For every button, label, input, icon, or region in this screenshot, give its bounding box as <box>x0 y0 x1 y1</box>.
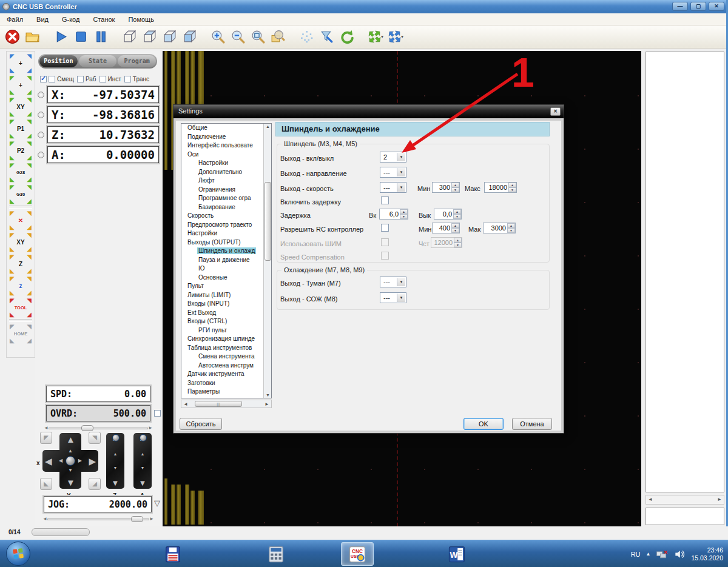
tree-item[interactable]: РГИ пульт <box>181 326 271 335</box>
goto-xy-button[interactable]: ◤◥◣◢XY <box>8 97 33 117</box>
tree-vscroll-thumb[interactable] <box>265 182 271 261</box>
jog-x-minus-icon[interactable]: ◀ <box>45 457 52 466</box>
rc-max-spinner[interactable]: 3000 ▲▼ <box>483 223 516 233</box>
combo-arrow-icon[interactable]: ▼ <box>397 153 405 161</box>
spin-up-icon[interactable]: ▲ <box>508 183 516 187</box>
clock[interactable]: 23:46 15.03.2020 <box>691 546 723 562</box>
jog-a-minus-icon[interactable]: ▼ <box>139 480 147 487</box>
jog-pad-xy[interactable]: ◤ ◥ ◣ ◢ ▲ ▼ ◀ ▶ ▲ ▼ ◀ ▶ <box>42 433 98 489</box>
menu-Файл[interactable]: Файл <box>0 15 30 24</box>
jog-y-plus-icon[interactable]: ▲ <box>66 435 75 444</box>
view-cube-3-button[interactable] <box>160 27 180 47</box>
zero-xy-button[interactable]: ◤◥◣◢XY <box>8 232 33 252</box>
taskbar-app-backup[interactable] <box>157 542 189 566</box>
zoom-in-button[interactable] <box>208 27 228 47</box>
ok-button[interactable]: OK <box>463 418 504 430</box>
jog-z-minus-icon[interactable]: ▼ <box>112 480 120 487</box>
tree-item[interactable]: Входы (INPUT) <box>181 300 271 309</box>
jog-x-plus-icon[interactable]: ▶ <box>89 457 96 466</box>
menu-Станок[interactable]: Станок <box>86 15 121 24</box>
tree-item[interactable]: Ext Выход <box>181 309 271 318</box>
jog-diag-up-left-button[interactable]: ◤ <box>40 432 52 444</box>
tab-state[interactable]: State <box>79 55 117 67</box>
edit-toolpath-button[interactable] <box>317 27 337 47</box>
arrows-green-plus-button[interactable]: ◤◥◣◢+ <box>8 75 33 95</box>
zero-z-button[interactable]: ◤◥◣◢Z <box>8 254 33 274</box>
taskbar-app-cnc[interactable]: CNCUSB <box>341 542 374 566</box>
tool-change-button[interactable]: ◤◥◣◢TOOL <box>8 298 33 318</box>
goto-g28-button[interactable]: ◤◥◣◢G28 <box>8 163 33 183</box>
tree-item[interactable]: Интерфейс пользовате <box>181 141 271 150</box>
pause-button[interactable] <box>91 27 111 47</box>
start-button[interactable] <box>6 542 30 566</box>
spin-up-icon[interactable]: ▲ <box>507 223 515 228</box>
tree-item[interactable]: IO <box>181 264 271 273</box>
zoom-selection-button[interactable] <box>268 27 288 47</box>
measure-z-button[interactable]: ◤◥◣◢z <box>8 276 33 296</box>
tree-item[interactable]: Входы (CTRL) <box>181 317 271 326</box>
tree-item[interactable]: Программное огра <box>181 194 271 203</box>
combo-arrow-icon[interactable]: ▼ <box>397 278 405 286</box>
volume-icon[interactable] <box>673 548 686 560</box>
enable-delay-checkbox[interactable] <box>381 196 389 204</box>
tab-position[interactable]: Position <box>39 55 78 67</box>
menu-Помощь[interactable]: Помощь <box>121 15 161 24</box>
settings-dialog-titlebar[interactable]: Settings ✕ <box>174 105 564 118</box>
rc-min-spinner[interactable]: 400 ▲▼ <box>432 223 460 233</box>
tree-item[interactable]: Общие <box>181 124 271 133</box>
tree-item[interactable]: Базирование <box>181 203 271 212</box>
tree-item[interactable]: Дополнительно <box>181 168 271 177</box>
spin-up-icon[interactable]: ▲ <box>451 183 459 187</box>
axis-radio[interactable] <box>38 112 44 118</box>
view-cube-1-button[interactable] <box>120 27 140 47</box>
close-button[interactable]: ✕ <box>709 2 724 11</box>
coord-checkbox-main[interactable] <box>40 76 47 82</box>
zero-all-button[interactable]: ◤◥◣◢✕ <box>8 210 33 230</box>
menu-Вид[interactable]: Вид <box>30 15 55 24</box>
tree-item[interactable]: Пульт <box>181 282 271 291</box>
expand-green-button[interactable]: ▾ <box>365 27 385 47</box>
expand-blue-button-dropdown-icon[interactable]: ▾ <box>401 34 403 39</box>
jog-pad-z[interactable]: ▲ ▲▼ ▼ <box>106 433 124 489</box>
emergency-stop-button[interactable] <box>2 27 22 47</box>
tree-item[interactable]: Заготовки <box>181 379 271 388</box>
tree-item[interactable]: Шпиндель и охлажд <box>181 247 271 256</box>
out-speed-select[interactable]: --- ▼ <box>380 182 406 193</box>
view-cube-4-button[interactable] <box>180 27 200 47</box>
spin-up-icon[interactable]: ▲ <box>453 209 461 214</box>
override-slider-thumb[interactable] <box>81 425 93 431</box>
tree-hscroll-thumb[interactable]: ||| <box>195 401 242 407</box>
out-onoff-select[interactable]: 2 ▼ <box>380 152 406 163</box>
tree-item[interactable]: Ограничения <box>181 186 271 195</box>
spin-down-icon[interactable]: ▼ <box>453 214 461 219</box>
combo-arrow-icon[interactable]: ▼ <box>397 183 405 192</box>
rc-checkbox[interactable] <box>381 224 389 232</box>
override-checkbox[interactable] <box>154 410 161 417</box>
tree-item[interactable]: Выходы (OUTPUT) <box>181 238 271 247</box>
spin-down-icon[interactable]: ▼ <box>451 187 459 192</box>
menu-G-код[interactable]: G-код <box>55 15 86 24</box>
coolant-select[interactable]: --- ▼ <box>380 292 406 303</box>
tree-hscrollbar[interactable]: ◄► ||| <box>181 400 272 408</box>
start-button[interactable] <box>51 27 71 47</box>
expand-blue-button[interactable]: ▾ <box>385 27 405 47</box>
taskbar-app-calculator[interactable] <box>260 542 292 566</box>
settings-close-icon[interactable]: ✕ <box>550 107 561 116</box>
axis-radio[interactable] <box>38 92 44 98</box>
tray-expand-icon[interactable]: ▲ <box>646 551 651 557</box>
tree-item[interactable]: Автосмена инструм <box>181 361 271 371</box>
jog-center-orb[interactable] <box>66 456 75 466</box>
goto-g30-button[interactable]: ◤◥◣◢G30 <box>8 184 33 204</box>
home-button[interactable]: ◤◥◣◢HOME <box>8 324 33 344</box>
spin-down-icon[interactable]: ▼ <box>451 228 459 233</box>
stop-button[interactable] <box>71 27 91 47</box>
spin-up-icon[interactable]: ▲ <box>451 223 459 228</box>
jog-diag-down-right-button[interactable]: ◢ <box>89 478 101 490</box>
mist-select[interactable]: --- ▼ <box>380 277 406 287</box>
axis-radio[interactable] <box>38 132 44 138</box>
spin-down-icon[interactable]: ▼ <box>508 187 516 192</box>
tree-item[interactable]: Настройки <box>181 229 271 238</box>
jog-diag-up-right-button[interactable]: ◥ <box>89 432 101 444</box>
tree-item[interactable]: Основные <box>181 273 271 283</box>
override-slider[interactable]: ◄► <box>44 424 153 432</box>
